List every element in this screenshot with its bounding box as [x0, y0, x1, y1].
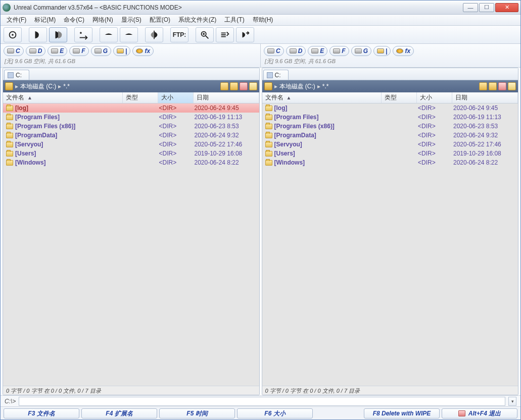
menu-item[interactable]: 配置(O)	[146, 15, 174, 25]
folder-icon	[6, 142, 13, 147]
up-button[interactable]	[489, 82, 497, 90]
path-bar[interactable]: ▸本地磁盘 (C:)▸*.*	[262, 80, 518, 92]
drive-button-g[interactable]: G	[91, 46, 111, 56]
file-row[interactable]: [ProgramData]<DIR>2020-06-24 9:32	[262, 131, 518, 140]
file-date: <DIR>	[157, 159, 193, 166]
file-row[interactable]: [Program Files]<DIR>2020-06-19 11:13	[262, 113, 518, 122]
menu-item[interactable]: 命令(C)	[60, 15, 88, 25]
maximize-button[interactable]: ☐	[479, 3, 494, 12]
menu-item[interactable]: 标记(M)	[30, 15, 60, 25]
ftp-button[interactable]: FTP:	[170, 27, 188, 42]
file-name: [Servyou]	[274, 141, 302, 148]
panel-tab[interactable]: C:	[263, 70, 289, 80]
favorites-button[interactable]	[498, 82, 506, 90]
sort-arrow-icon: ▲	[27, 95, 32, 100]
menu-item[interactable]: 系统文件夹(Z)	[174, 15, 220, 25]
f3-button[interactable]: F3 文件名	[4, 408, 79, 418]
file-row[interactable]: [Servyou]<DIR>2020-05-22 17:46	[3, 140, 259, 149]
multirename-button[interactable]	[216, 27, 234, 42]
header-size[interactable]: 大小	[158, 92, 194, 103]
altf4-button[interactable]: Alt+F4 退出	[442, 408, 517, 418]
header-name[interactable]: 文件名▲	[3, 92, 123, 103]
header-date[interactable]: 日期	[194, 92, 259, 103]
drive-button-|[interactable]: |	[373, 46, 391, 56]
f8-button[interactable]: F8 Delete with WIPE	[364, 408, 440, 418]
file-list[interactable]: [log]<DIR>2020-06-24 9:45[Program Files]…	[262, 103, 518, 386]
drive-icon	[311, 48, 318, 54]
view-full-button[interactable]	[49, 27, 67, 42]
cmdline-history-button[interactable]: ▾	[508, 397, 516, 406]
path-segment[interactable]: 本地磁盘 (C:)	[20, 82, 56, 91]
refresh-button[interactable]	[4, 27, 22, 42]
drive-button-e[interactable]: E	[48, 46, 67, 56]
file-row[interactable]: [Windows]<DIR>2020-06-24 8:22	[262, 158, 518, 167]
root-button[interactable]	[220, 82, 228, 90]
drive-icon	[290, 48, 297, 54]
file-list[interactable]: [log]<DIR>2020-06-24 9:45[Program Files]…	[3, 103, 259, 386]
file-date: <DIR>	[416, 114, 451, 121]
panel-left: C:▸本地磁盘 (C:)▸*.*文件名▲类型大小日期[log]<DIR>2020…	[3, 68, 260, 395]
nav-back-button[interactable]	[100, 27, 118, 42]
file-row[interactable]: [log]<DIR>2020-06-24 9:45	[3, 103, 259, 113]
menu-item[interactable]: 工具(T)	[220, 15, 248, 25]
root-button[interactable]	[479, 82, 487, 90]
drive-button-fx[interactable]: fx	[132, 46, 154, 56]
minimize-button[interactable]: —	[463, 3, 478, 12]
file-name: [Windows]	[15, 159, 46, 166]
f4-button[interactable]: F4 扩展名	[81, 408, 157, 418]
up-button[interactable]	[230, 82, 238, 90]
file-row[interactable]: [log]<DIR>2020-06-24 9:45	[262, 103, 518, 113]
drive-button-e[interactable]: E	[308, 46, 327, 56]
drive-button-d[interactable]: D	[26, 46, 46, 56]
panel-tab[interactable]: C:	[4, 70, 29, 80]
sync-button[interactable]	[236, 27, 254, 42]
favorites-button[interactable]	[240, 82, 248, 90]
f6-button[interactable]: F6 大小	[237, 408, 313, 418]
compare-button[interactable]	[145, 27, 163, 42]
file-row[interactable]: [Servyou]<DIR>2020-05-22 17:46	[262, 140, 518, 149]
header-date[interactable]: 日期	[452, 92, 518, 103]
drive-button-f[interactable]: F	[329, 46, 349, 56]
file-row[interactable]: [Windows]<DIR>2020-06-24 8:22	[3, 158, 259, 167]
path-glob: *.*	[63, 83, 70, 90]
drive-button-d[interactable]: D	[286, 46, 306, 56]
file-date: <DIR>	[416, 141, 451, 148]
path-bar[interactable]: ▸本地磁盘 (C:)▸*.*	[3, 80, 259, 92]
header-type[interactable]: 类型	[382, 92, 417, 103]
view-brief-button[interactable]	[29, 27, 47, 42]
file-row[interactable]: [Program Files]<DIR>2020-06-19 11:13	[3, 113, 259, 122]
menu-item[interactable]: 网络(N)	[88, 15, 117, 25]
drive-button-|[interactable]: |	[113, 46, 130, 56]
history-button[interactable]	[508, 82, 516, 90]
drive-icon	[73, 48, 80, 54]
header-type[interactable]: 类型	[123, 92, 158, 103]
menu-item[interactable]: 帮助(H)	[249, 15, 277, 25]
history-button[interactable]	[249, 82, 257, 90]
file-row[interactable]: [Program Files (x86)]<DIR>2020-06-23 8:5…	[3, 122, 259, 131]
drive-button-fx[interactable]: fx	[393, 46, 414, 56]
drive-button-c[interactable]: C	[264, 46, 284, 56]
titlebar[interactable]: Unreal Commander v3.57x64 – <BASIC FUNCT…	[1, 1, 520, 15]
drive-button-c[interactable]: C	[4, 46, 24, 56]
path-segment[interactable]: 本地磁盘 (C:)	[279, 82, 315, 91]
drive-button-f[interactable]: F	[69, 46, 88, 56]
search-button[interactable]	[196, 27, 214, 42]
header-size[interactable]: 大小	[417, 92, 452, 103]
menu-item[interactable]: 显示(S)	[117, 15, 146, 25]
file-row[interactable]: [ProgramData]<DIR>2020-06-24 9:32	[3, 131, 259, 140]
nav-forward-button[interactable]	[120, 27, 138, 42]
file-date: <DIR>	[157, 123, 193, 130]
menubar: 文件(F)标记(M)命令(C)网络(N)显示(S)配置(O)系统文件夹(Z)工具…	[1, 15, 520, 26]
menu-item[interactable]: 文件(F)	[3, 15, 30, 25]
file-row[interactable]: [Program Files (x86)]<DIR>2020-06-23 8:5…	[262, 122, 518, 131]
app-icon	[3, 4, 11, 12]
cmdline-input[interactable]	[19, 397, 505, 406]
drive-label: G	[103, 47, 108, 55]
file-row[interactable]: [Users]<DIR>2019-10-29 16:08	[262, 149, 518, 158]
filter-button[interactable]: *	[74, 27, 92, 42]
f5-button[interactable]: F5 时间	[159, 408, 235, 418]
header-name[interactable]: 文件名▲	[262, 92, 382, 103]
drive-button-g[interactable]: G	[351, 46, 371, 56]
close-button[interactable]: ✕	[495, 3, 518, 12]
file-row[interactable]: [Users]<DIR>2019-10-29 16:08	[3, 149, 259, 158]
